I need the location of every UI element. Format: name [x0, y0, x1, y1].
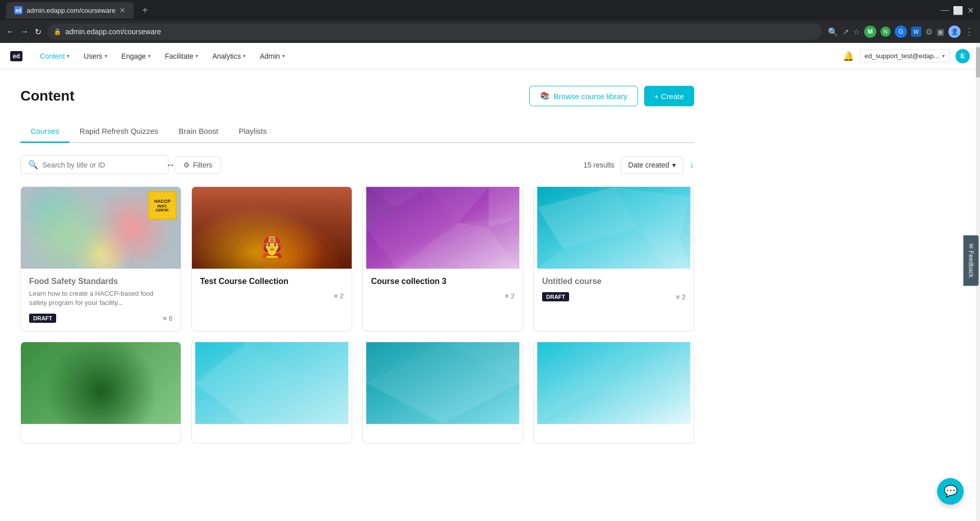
card-body-3: Course collection 3 ≡ 2 — [363, 269, 523, 308]
chat-bubble[interactable]: 💬 — [937, 478, 964, 505]
sidebar-toggle-icon[interactable]: ▣ — [937, 27, 944, 37]
share-icon[interactable]: ↗ — [842, 27, 849, 37]
close-btn[interactable]: ✕ — [967, 6, 974, 15]
address-actions: 🔍 ↗ ☆ M N G W ⚙ ▣ 👤 ⋮ — [828, 26, 974, 38]
course-card-image-fire: 🧑‍🚒 — [192, 187, 352, 269]
card-title-2: Test Course Collection — [200, 277, 344, 286]
card-title-3: Course collection 3 — [371, 277, 514, 286]
chat-icon: 💬 — [944, 485, 958, 498]
card-body-8 — [534, 424, 694, 443]
notifications-icon[interactable]: 🔔 — [843, 51, 854, 62]
lock-icon: 🔒 — [54, 28, 61, 35]
search-icon: 🔍 — [28, 160, 38, 170]
engage-chevron-icon: ▾ — [148, 53, 151, 59]
draft-badge-1: DRAFT — [29, 314, 56, 323]
user-avatar[interactable]: E — [955, 49, 970, 63]
card-body-2: Test Course Collection ≡ 2 — [192, 269, 352, 308]
course-card-image-purple — [363, 187, 523, 269]
lessons-icon-2: ≡ — [334, 292, 338, 300]
app-logo[interactable]: ed — [10, 51, 26, 61]
user-dropdown[interactable]: ed_support_test@edap... ▾ — [860, 50, 949, 62]
tab-rapid-refresh[interactable]: Rapid Refresh Quizzes — [69, 121, 168, 143]
back-button[interactable]: ← — [6, 27, 14, 36]
sort-direction-icon[interactable]: ↓ — [690, 159, 694, 170]
admin-chevron-icon: ▾ — [282, 53, 285, 59]
card-body-1: Food Safety Standards Learn how to creat… — [21, 269, 181, 331]
browse-library-button[interactable]: 📚 Browse course library — [529, 86, 638, 106]
browser-menu-icon[interactable]: ⋮ — [965, 26, 974, 37]
app-container: ed Content ▾ Users ▾ Engage ▾ Facilitate… — [0, 43, 980, 521]
browser-ext-3[interactable]: W — [911, 27, 921, 37]
nav-content[interactable]: Content ▾ — [34, 43, 76, 69]
facilitate-chevron-icon: ▾ — [195, 53, 198, 59]
course-card-6[interactable] — [191, 342, 352, 444]
create-button[interactable]: + Create — [644, 86, 694, 106]
nav-users[interactable]: Users ▾ — [78, 43, 113, 69]
course-card-5[interactable] — [20, 342, 181, 444]
course-grid: HACCP INST. CERTIF. Food Safety Standard… — [20, 186, 694, 444]
draft-badge-4: DRAFT — [542, 292, 569, 301]
filter-icon: ⚙ — [183, 161, 190, 169]
browser-ext-2[interactable]: G — [895, 26, 907, 38]
tab-playlists[interactable]: Playlists — [229, 121, 277, 143]
haccp-badge: HACCP INST. CERTIF. — [148, 191, 177, 220]
tab-courses[interactable]: Courses — [20, 121, 69, 143]
new-tab-button[interactable]: + — [138, 3, 152, 17]
lesson-count-1: ≡ 6 — [163, 315, 173, 322]
scrollbar-thumb[interactable] — [976, 47, 980, 78]
nav-analytics[interactable]: Analytics ▾ — [206, 43, 252, 69]
user-chevron-icon: ▾ — [942, 53, 945, 59]
header-actions: 📚 Browse course library + Create — [529, 86, 694, 106]
url-text: admin.edapp.com/courseware — [65, 28, 161, 36]
filters-button[interactable]: ⚙ Filters — [175, 156, 221, 174]
course-card-image-6 — [192, 342, 352, 424]
course-card-image-5 — [21, 342, 181, 424]
course-card-collection-3[interactable]: Course collection 3 ≡ 2 — [362, 186, 523, 331]
course-card-test-collection[interactable]: 🧑‍🚒 Test Course Collection ≡ 2 — [191, 186, 352, 331]
tab-close-btn[interactable]: ✕ — [119, 6, 126, 14]
lessons-icon-3: ≡ — [505, 292, 509, 300]
course-card-image-food: HACCP INST. CERTIF. — [21, 187, 181, 269]
nav-engage[interactable]: Engage ▾ — [115, 43, 157, 69]
nav-admin[interactable]: Admin ▾ — [254, 43, 291, 69]
browser-ext-1[interactable]: N — [880, 27, 891, 37]
address-field[interactable]: 🔒 admin.edapp.com/courseware — [47, 23, 822, 40]
forward-button[interactable]: → — [20, 27, 29, 36]
browser-chrome: ed admin.edapp.com/courseware ✕ + — ⬜ ✕ — [0, 0, 980, 20]
browser-user-avatar[interactable]: 👤 — [948, 26, 961, 38]
minimize-btn[interactable]: — — [941, 6, 949, 15]
top-navigation: ed Content ▾ Users ▾ Engage ▾ Facilitate… — [0, 43, 980, 69]
tab-brain-boost[interactable]: Brain Boost — [168, 121, 229, 143]
analytics-chevron-icon: ▾ — [243, 53, 246, 59]
card-desc-1: Learn how to create a HACCP-based food s… — [29, 289, 173, 307]
extensions-icon[interactable]: ⚙ — [925, 27, 933, 37]
lesson-count-4: ≡ 2 — [676, 293, 685, 301]
search-browser-icon[interactable]: 🔍 — [828, 27, 838, 37]
search-input[interactable] — [42, 161, 161, 169]
feedback-tab[interactable]: ✉ Feedback — [964, 235, 979, 286]
address-bar: ← → ↻ 🔒 admin.edapp.com/courseware 🔍 ↗ ☆… — [0, 20, 980, 43]
sort-dropdown[interactable]: Date created ▾ — [621, 156, 683, 174]
nav-facilitate[interactable]: Facilitate ▾ — [159, 43, 204, 69]
tab-favicon: ed — [14, 6, 22, 14]
browser-profile-m[interactable]: M — [864, 26, 876, 38]
course-card-image-blue — [534, 187, 694, 269]
card-footer-1: DRAFT ≡ 6 — [29, 314, 173, 323]
tab-title: admin.edapp.com/courseware — [27, 7, 115, 14]
course-card-untitled[interactable]: Untitled course DRAFT ≡ 2 — [533, 186, 694, 331]
search-input-wrap[interactable]: 🔍 — [20, 155, 168, 174]
course-card-7[interactable] — [362, 342, 523, 444]
main-content: Content 📚 Browse course library + Create… — [0, 69, 715, 460]
refresh-button[interactable]: ↻ — [35, 27, 41, 37]
sort-chevron-icon: ▾ — [672, 161, 676, 169]
browser-tab[interactable]: ed admin.edapp.com/courseware ✕ — [6, 2, 134, 18]
results-count: 15 results — [583, 161, 615, 169]
page-title: Content — [20, 88, 75, 104]
content-tabs: Courses Rapid Refresh Quizzes Brain Boos… — [20, 121, 694, 143]
page-header: Content 📚 Browse course library + Create — [20, 86, 694, 106]
card-body-6 — [192, 424, 352, 443]
maximize-btn[interactable]: ⬜ — [953, 6, 963, 15]
bookmark-icon[interactable]: ☆ — [853, 27, 860, 37]
course-card-food-safety[interactable]: HACCP INST. CERTIF. Food Safety Standard… — [20, 186, 181, 331]
course-card-8[interactable] — [533, 342, 694, 444]
